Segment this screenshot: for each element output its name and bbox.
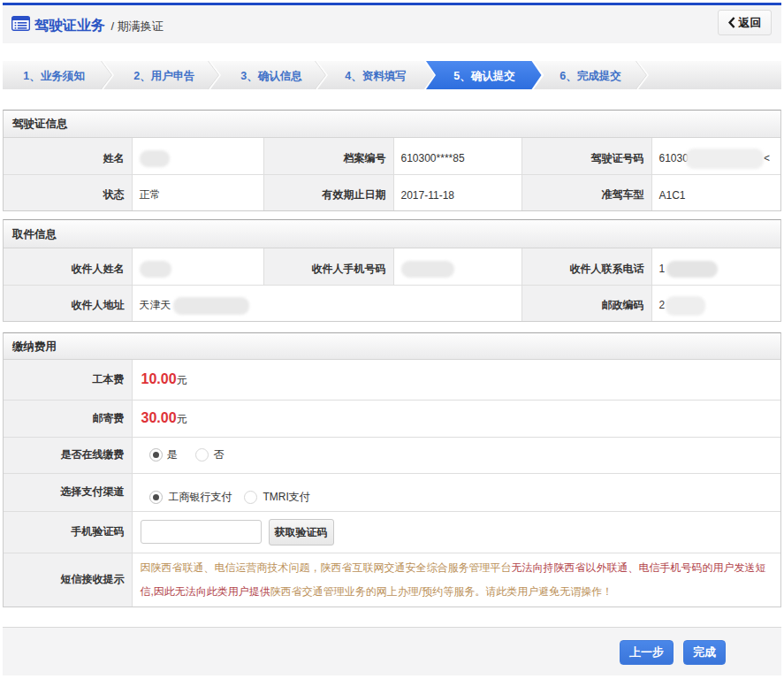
svg-text:6、完成提交: 6、完成提交 [559,70,621,82]
svg-text:3、确认信息: 3、确认信息 [240,70,302,82]
svg-text:1、业务须知: 1、业务须知 [23,70,84,82]
svg-text:2、用户申告: 2、用户申告 [133,70,194,82]
svg-text:5、确认提交: 5、确认提交 [453,70,515,82]
svg-text:4、资料填写: 4、资料填写 [345,70,406,82]
